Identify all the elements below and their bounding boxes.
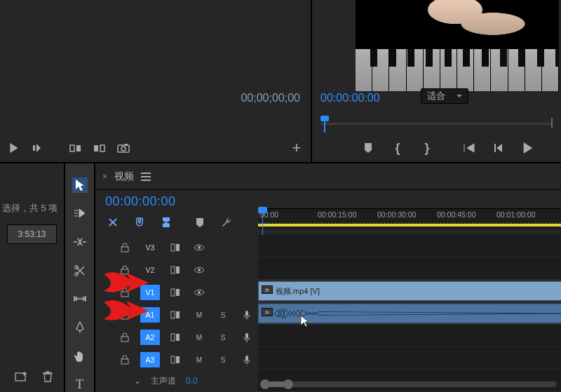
snap-icon[interactable]	[105, 215, 121, 230]
mute-button[interactable]: M	[191, 352, 208, 367]
voice-record-icon[interactable]	[238, 307, 255, 323]
mark-out-icon[interactable]: }	[420, 141, 434, 155]
lock-icon[interactable]	[116, 330, 133, 345]
add-marker-timeline-icon[interactable]	[192, 215, 208, 230]
mark-in-icon[interactable]: {	[391, 141, 405, 155]
linked-selection-icon[interactable]	[158, 215, 174, 230]
program-timecode[interactable]: 00:00:00:00	[320, 92, 380, 104]
overwrite-clip-icon[interactable]	[93, 141, 107, 155]
ripple-edit-tool-icon[interactable]	[72, 234, 88, 250]
timeline-timecode[interactable]: 00:00:00:00	[105, 194, 248, 209]
fx-badge-icon: fx	[262, 308, 273, 316]
work-area-bar[interactable]	[258, 224, 561, 227]
add-marker-icon[interactable]	[361, 141, 375, 155]
sync-lock-icon[interactable]	[167, 352, 184, 367]
pen-tool-icon[interactable]	[72, 320, 88, 335]
insert-clip-icon[interactable]	[69, 141, 83, 155]
track-header-v2[interactable]: V2	[95, 259, 258, 281]
sequence-tab[interactable]: × 视频	[102, 170, 151, 183]
lock-icon[interactable]	[116, 307, 133, 323]
fx-badge-icon: fx	[262, 285, 273, 294]
play-icon[interactable]	[521, 141, 535, 155]
step-forward-icon[interactable]	[31, 141, 45, 155]
sync-lock-icon[interactable]	[167, 240, 184, 255]
ruler-label: 00:01:00:00	[496, 210, 556, 219]
voice-record-icon[interactable]	[238, 330, 255, 345]
lock-icon[interactable]	[116, 262, 133, 278]
close-sequence-icon[interactable]: ×	[102, 172, 107, 182]
track-label[interactable]: A2	[140, 330, 160, 345]
video-clip[interactable]: fx 视频.mp4 [V]	[258, 281, 561, 301]
timeline-ruler-area[interactable]: :00:00 00:00:15:00 00:00:30:00 00:00:45:…	[258, 190, 561, 235]
svg-point-21	[198, 291, 201, 294]
sync-lock-icon[interactable]	[167, 307, 184, 323]
razor-tool-icon[interactable]	[72, 263, 88, 278]
svg-rect-6	[125, 144, 128, 146]
expand-master-icon[interactable]: ⌄	[134, 376, 141, 386]
solo-button[interactable]: S	[215, 307, 231, 323]
hand-tool-icon[interactable]	[72, 349, 88, 364]
panel-menu-icon[interactable]	[141, 173, 151, 181]
track-label[interactable]: V3	[140, 240, 160, 255]
svg-rect-3	[100, 145, 104, 151]
trash-icon[interactable]	[41, 370, 55, 384]
project-clip-thumb[interactable]: 3:53:13	[7, 224, 57, 244]
svg-point-5	[121, 147, 126, 151]
svg-rect-14	[121, 269, 128, 274]
svg-point-17	[198, 269, 201, 271]
track-header-a2[interactable]: A2 M S	[95, 327, 258, 348]
lock-icon[interactable]	[116, 285, 133, 300]
sync-lock-icon[interactable]	[167, 330, 184, 345]
step-back-icon[interactable]	[492, 141, 506, 155]
eye-icon[interactable]	[191, 240, 208, 255]
track-header-a1[interactable]: A1 M S	[95, 304, 258, 325]
zoom-select-label: 适合	[427, 90, 445, 102]
solo-button[interactable]: S	[215, 352, 231, 367]
svg-rect-23	[171, 311, 175, 318]
track-label[interactable]: V1	[140, 285, 160, 300]
lock-icon[interactable]	[116, 352, 133, 367]
voice-record-icon[interactable]	[238, 352, 255, 367]
new-bin-icon[interactable]	[14, 370, 28, 384]
track-select-forward-tool-icon[interactable]	[72, 206, 88, 222]
svg-rect-28	[176, 334, 180, 341]
track-label[interactable]: A1	[140, 307, 160, 323]
selection-tool-icon[interactable]	[72, 177, 88, 193]
track-label[interactable]: V2	[140, 262, 160, 278]
track-lanes[interactable]: fx 视频.mp4 [V] fx	[258, 235, 561, 392]
add-button-icon[interactable]: +	[290, 141, 304, 155]
type-tool-icon[interactable]: T	[72, 377, 88, 392]
track-label[interactable]: A3	[140, 352, 160, 367]
sync-lock-icon[interactable]	[167, 262, 184, 278]
track-header-a3[interactable]: A3 M S	[95, 349, 258, 370]
svg-rect-20	[176, 289, 180, 296]
slip-tool-icon[interactable]	[72, 292, 88, 307]
sync-lock-icon[interactable]	[167, 285, 184, 300]
settings-wrench-icon[interactable]	[219, 215, 234, 230]
master-track-row[interactable]: ⌄ 主声道 0.0	[95, 372, 258, 390]
svg-rect-30	[121, 359, 128, 364]
program-scrubber[interactable]	[320, 116, 553, 128]
zoom-select[interactable]: 适合	[421, 88, 468, 104]
goto-in-icon[interactable]	[462, 141, 476, 155]
svg-rect-25	[245, 311, 248, 316]
magnet-icon[interactable]	[132, 215, 147, 230]
track-header-v1[interactable]: V1	[95, 282, 258, 303]
mute-button[interactable]: M	[191, 330, 208, 345]
master-value[interactable]: 0.0	[186, 376, 198, 386]
track-header-v3[interactable]: V3	[95, 237, 258, 258]
eye-icon[interactable]	[191, 285, 208, 300]
play-icon[interactable]	[7, 141, 21, 155]
ruler-label: 00:00:30:00	[377, 210, 437, 219]
playhead-icon[interactable]	[320, 116, 329, 133]
lock-icon[interactable]	[116, 240, 133, 255]
solo-button[interactable]: S	[215, 330, 231, 345]
source-transport-bar: +	[7, 141, 304, 155]
eye-icon[interactable]	[191, 262, 208, 278]
source-timecode[interactable]: 00;00;00;00	[241, 92, 300, 104]
audio-clip[interactable]: fx	[258, 304, 561, 323]
export-frame-icon[interactable]	[116, 141, 130, 155]
timeline-zoom-scrollbar[interactable]	[262, 381, 557, 390]
mute-button[interactable]: M	[191, 307, 208, 323]
svg-rect-24	[176, 311, 180, 318]
